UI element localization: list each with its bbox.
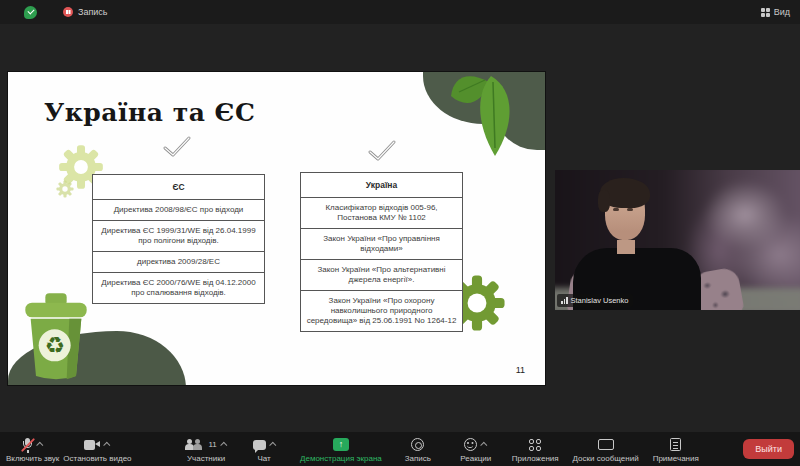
meeting-topbar: Запись Вид	[0, 0, 800, 24]
participant-neck	[617, 240, 635, 254]
stop-video-label: Остановить видео	[63, 454, 131, 463]
chevron-up-icon[interactable]	[220, 442, 227, 449]
video-camera-icon	[84, 440, 100, 450]
table-row: Директива 2008/98/ЄС про відходи	[93, 200, 264, 221]
table-header: ЄС	[93, 175, 264, 200]
share-screen-label: Демонстрация экрана	[300, 454, 382, 463]
chat-label: Чат	[257, 454, 270, 463]
unmute-label: Включить звук	[6, 454, 59, 463]
table-row: Директива ЄС 2000/76/WE від 04.12.2000 п…	[93, 273, 264, 303]
chevron-up-icon[interactable]	[104, 442, 111, 449]
share-screen-button[interactable]: Демонстрация экрана	[300, 436, 382, 463]
chat-icon	[253, 440, 266, 450]
table-row: Директива ЄС 1999/31/WE від 26.04.1999 п…	[93, 221, 264, 252]
record-label: Запись	[405, 454, 431, 463]
leave-meeting-button[interactable]: Выйти	[743, 439, 794, 459]
whiteboard-icon	[598, 439, 614, 450]
microphone-muted-icon	[23, 438, 33, 452]
participants-label: Участники	[187, 454, 225, 463]
share-screen-icon	[333, 438, 349, 451]
ukraine-laws-table: Україна Класифікатор відходів 005-96, По…	[300, 172, 463, 332]
leaf-icon	[449, 72, 527, 168]
participant-name-tag: Stanislav Usenko	[557, 294, 633, 307]
audio-signal-icon	[561, 297, 568, 304]
view-grid-icon	[761, 8, 770, 17]
participants-button[interactable]: 11 Участники	[184, 436, 228, 463]
table-header: Україна	[301, 173, 462, 198]
notes-button[interactable]: Примечания	[653, 436, 699, 463]
participant-hair	[600, 178, 650, 208]
participants-count: 11	[208, 440, 216, 449]
svg-text:♻: ♻	[45, 332, 65, 358]
slide-page-number: 11	[516, 365, 525, 375]
record-icon	[411, 438, 424, 451]
unmute-button[interactable]: Включить звук	[6, 436, 59, 463]
shared-screen-slide: ♻ Україна та ЄС ЄС Директива 2008/98/ЄС …	[8, 72, 545, 385]
notes-label: Примечания	[653, 454, 699, 463]
recording-dot-icon	[63, 7, 73, 17]
apps-label: Приложения	[512, 454, 559, 463]
reactions-button[interactable]: Реакции	[454, 436, 498, 463]
view-label: Вид	[774, 7, 790, 17]
table-row: Закон України «Про альтернативні джерела…	[301, 260, 462, 291]
table-row: директива 2009/28/ЕС	[93, 252, 264, 273]
chevron-up-icon[interactable]	[269, 442, 276, 449]
recording-indicator[interactable]: Запись	[63, 7, 108, 17]
gear-icon	[56, 180, 74, 202]
reactions-label: Реакции	[460, 454, 491, 463]
zoom-meeting-window: Запись Вид	[0, 0, 800, 466]
apps-grid-icon	[529, 439, 541, 451]
table-row: Закон України «Про охорону навколишнього…	[301, 291, 462, 331]
security-shield-icon[interactable]	[24, 6, 37, 19]
slide-title: Україна та ЄС	[44, 98, 255, 127]
recycle-bin-illustration: ♻	[16, 288, 96, 385]
view-button[interactable]: Вид	[761, 7, 790, 17]
recording-label: Запись	[78, 7, 108, 17]
chevron-up-icon[interactable]	[481, 442, 488, 449]
meeting-toolbar: Включить звук Остановить видео 11	[0, 432, 800, 466]
chat-button[interactable]: Чат	[242, 436, 286, 463]
apps-button[interactable]: Приложения	[512, 436, 559, 463]
whiteboard-button[interactable]: Доски сообщений	[573, 436, 639, 463]
record-button[interactable]: Запись	[396, 436, 440, 463]
participants-icon	[185, 439, 201, 451]
participant-name: Stanislav Usenko	[571, 296, 629, 305]
stop-video-button[interactable]: Остановить видео	[63, 436, 131, 463]
participant-video-tile[interactable]: Stanislav Usenko	[555, 170, 800, 310]
whiteboard-label: Доски сообщений	[573, 454, 639, 463]
table-row: Класифікатор відходів 005-96, Постанова …	[301, 198, 462, 229]
reactions-smiley-icon	[464, 438, 477, 451]
eu-directives-table: ЄС Директива 2008/98/ЄС про відходи Дире…	[92, 174, 265, 304]
notes-document-icon	[670, 438, 681, 451]
chevron-up-icon[interactable]	[36, 442, 43, 449]
table-row: Закон України «Про управління відходами»	[301, 229, 462, 260]
participant-face	[613, 208, 637, 211]
checkmark-icon	[365, 138, 399, 168]
checkmark-icon	[160, 134, 194, 164]
